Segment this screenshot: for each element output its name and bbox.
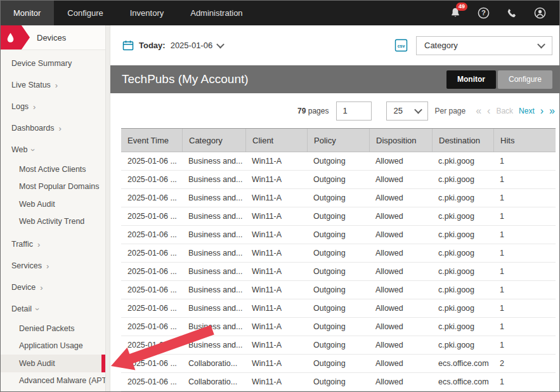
table-cell: Outgoing	[307, 373, 369, 391]
sidebar-item-advanced-malware-apt[interactable]: Advanced Malware (APT)	[0, 372, 105, 390]
table-cell: 2025-01-06 ...	[121, 355, 182, 372]
chevron-right-icon: ›	[46, 262, 49, 270]
help-button[interactable]: ?	[478, 7, 490, 19]
table-row[interactable]: 2025-01-06 ...Business and...Win11-AOutg…	[121, 152, 556, 171]
sidebar-menu: Device SummaryLive Status›Logs›Dashboard…	[0, 50, 105, 389]
sidebar-item-traffic[interactable]: Traffic›	[0, 233, 105, 255]
sidebar-item-live-status[interactable]: Live Status›	[0, 74, 105, 96]
next-page-button[interactable]: ›	[540, 106, 544, 116]
table-cell: 2025-01-06 ...	[121, 373, 182, 391]
table-row[interactable]: 2025-01-06 ...Business and...Win11-AOutg…	[121, 299, 556, 318]
table-row[interactable]: 2025-01-06 ...Business and...Win11-AOutg…	[121, 171, 556, 189]
sidebar-item-web-activity-trend[interactable]: Web Activity Trend	[0, 213, 105, 231]
table-cell: Win11-A	[245, 281, 307, 299]
next-button[interactable]: Next	[519, 107, 535, 115]
table-row[interactable]: 2025-01-06 ...Business and...Win11-AOutg…	[121, 281, 556, 299]
table-cell: 2025-01-06 ...	[121, 152, 182, 170]
column-header-policy[interactable]: Policy	[307, 129, 369, 152]
table-row[interactable]: 2025-01-06 ...Collaboratio...Win11-AOutg…	[121, 355, 556, 373]
table-row[interactable]: 2025-01-06 ...Business and...Win11-AOutg…	[121, 226, 556, 244]
last-page-button[interactable]: »	[549, 106, 555, 116]
sidebar-item-web-audit[interactable]: Web Audit	[0, 355, 105, 372]
sidebar-item-logs[interactable]: Logs›	[0, 96, 105, 117]
table-cell: Allowed	[369, 281, 432, 299]
page-number-input[interactable]	[336, 101, 372, 121]
notifications-button[interactable]: 49	[450, 7, 461, 18]
sidebar-item-device[interactable]: Device›	[0, 277, 105, 298]
table-row[interactable]: 2025-01-06 ...Business and...Win11-AOutg…	[121, 318, 556, 336]
table-cell: Win11-A	[245, 152, 307, 170]
table-cell: Collaboratio...	[182, 373, 245, 391]
table-cell: Win11-A	[245, 318, 307, 336]
date-picker[interactable]: Today: 2025-01-06	[122, 40, 223, 51]
sidebar-item-web-audit[interactable]: Web Audit	[0, 195, 105, 213]
sidebar-header: Devices	[0, 25, 105, 50]
sidebar-item-denied-packets[interactable]: Denied Packets	[0, 320, 105, 337]
table-cell: 2025-01-06 ...	[121, 299, 182, 317]
table-cell: Win11-A	[245, 373, 307, 391]
sidebar-item-label: Web	[11, 145, 27, 154]
table-cell: Business and...	[182, 281, 245, 299]
table-cell: Business and...	[182, 299, 245, 317]
table-cell: c.pki.goog	[432, 152, 493, 170]
table-cell: Outgoing	[307, 171, 369, 188]
back-button[interactable]: Back	[496, 107, 513, 115]
table-row[interactable]: 2025-01-06 ...Business and...Win11-AOutg…	[121, 189, 556, 207]
sidebar-item-label: Device Summary	[11, 59, 72, 68]
category-filter-select[interactable]: Category	[416, 36, 552, 55]
page-count: 79 pages	[297, 107, 329, 115]
chevron-down-icon	[415, 106, 423, 114]
table-cell: 1	[493, 281, 556, 299]
topnav-item-administration[interactable]: Administration	[177, 0, 256, 25]
table-cell: 1	[493, 373, 556, 391]
column-header-client[interactable]: Client	[245, 129, 307, 152]
column-header-hits[interactable]: Hits	[493, 129, 556, 152]
account-header: TechPubs (My Account) Monitor Configure	[110, 65, 560, 93]
sidebar-item-application-usage[interactable]: Application Usage	[0, 337, 105, 355]
chevron-down-icon: ›	[29, 148, 37, 151]
table-cell: 2025-01-06 ...	[121, 281, 182, 299]
configure-toggle-button[interactable]: Configure	[498, 70, 552, 89]
table-cell: Win11-A	[245, 207, 307, 225]
column-header-event-time[interactable]: Event Time	[121, 129, 182, 152]
table-cell: c.pki.goog	[432, 207, 493, 225]
contact-button[interactable]	[506, 7, 518, 18]
sidebar-item-label: Most Active Clients	[19, 165, 86, 174]
sidebar-item-services[interactable]: Services›	[0, 255, 105, 277]
table-row[interactable]: 2025-01-06 ...Collaboratio...Win11-AOutg…	[121, 373, 556, 391]
first-page-button[interactable]: «	[476, 106, 481, 116]
table-cell: c.pki.goog	[432, 263, 493, 280]
sidebar-item-most-popular-domains[interactable]: Most Popular Domains	[0, 178, 105, 196]
sidebar-scrollbar[interactable]	[105, 25, 110, 392]
table-cell: Win11-A	[245, 244, 307, 262]
category-filter-value: Category	[424, 41, 458, 50]
sidebar-item-device-summary[interactable]: Device Summary	[0, 53, 105, 74]
sidebar-item-dashboards[interactable]: Dashboards›	[0, 117, 105, 139]
export-csv-button[interactable]: csv	[394, 39, 408, 52]
per-page-value: 25	[393, 106, 402, 115]
table-row[interactable]: 2025-01-06 ...Business and...Win11-AOutg…	[121, 263, 556, 281]
per-page-select[interactable]: 25	[386, 101, 428, 121]
sidebar-item-most-active-clients[interactable]: Most Active Clients	[0, 160, 105, 178]
column-header-disposition[interactable]: Disposition	[369, 129, 432, 152]
table-cell: 2	[493, 355, 556, 372]
pager-nav: « ‹ Back Next › »	[476, 106, 555, 116]
chevron-right-icon: ›	[58, 124, 61, 133]
prev-page-button[interactable]: ‹	[487, 106, 490, 116]
column-header-destination[interactable]: Destination	[432, 129, 493, 152]
page-count-word: pages	[308, 107, 329, 115]
table-cell: Business and...	[182, 226, 245, 244]
topnav-item-monitor[interactable]: Monitor	[0, 0, 54, 25]
table-cell: 1	[493, 263, 556, 280]
monitor-toggle-button[interactable]: Monitor	[446, 70, 496, 89]
table-cell: 1	[493, 171, 556, 188]
column-header-category[interactable]: Category	[182, 129, 245, 152]
topnav-item-inventory[interactable]: Inventory	[117, 0, 177, 25]
topnav-item-configure[interactable]: Configure	[54, 0, 116, 25]
account-button[interactable]	[534, 7, 546, 19]
sidebar-item-detail[interactable]: Detail›	[0, 298, 105, 320]
sidebar-item-web[interactable]: Web›	[0, 139, 105, 160]
table-row[interactable]: 2025-01-06 ...Business and...Win11-AOutg…	[121, 207, 556, 226]
table-row[interactable]: 2025-01-06 ...Business and...Win11-AOutg…	[121, 244, 556, 263]
table-row[interactable]: 2025-01-06 ...Business and...Win11-AOutg…	[121, 336, 556, 355]
